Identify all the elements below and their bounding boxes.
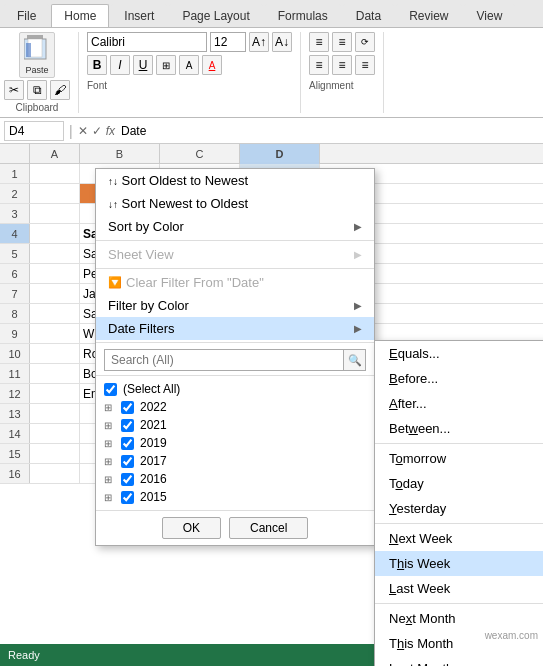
expand-icon[interactable]: ⊞ [104,456,112,467]
align-right-button[interactable]: ≡ [355,55,375,75]
paste-button[interactable]: Paste [19,32,55,78]
search-button[interactable]: 🔍 [344,349,366,371]
tab-file[interactable]: File [4,4,49,27]
checkbox-2019-input[interactable] [121,437,134,450]
this-week-item[interactable]: This Week [375,551,543,576]
align-center-button[interactable]: ≡ [332,55,352,75]
before-item[interactable]: Before... [375,366,543,391]
cell-a1[interactable] [30,164,80,183]
checkbox-2017[interactable]: ⊞ 2017 [104,452,366,470]
cancel-button[interactable]: Cancel [229,517,308,539]
cell-a11[interactable] [30,364,80,383]
bold-button[interactable]: B [87,55,107,75]
cell-a12[interactable] [30,384,80,403]
cut-button[interactable]: ✂ [4,80,24,100]
cell-a4[interactable] [30,224,80,243]
row-number: 1 [0,164,30,183]
ok-button[interactable]: OK [162,517,221,539]
cell-a14[interactable] [30,424,80,443]
wrap-text-button[interactable]: ⟳ [355,32,375,52]
cell-a8[interactable] [30,304,80,323]
ribbon: Paste ✂ ⧉ 🖌 Clipboard A↑ A↓ B I U ⊞ A [0,28,543,118]
tab-page-layout[interactable]: Page Layout [169,4,262,27]
align-left-button[interactable]: ≡ [309,55,329,75]
after-item[interactable]: After... [375,391,543,416]
expand-icon[interactable]: ⊞ [104,420,112,431]
cell-a5[interactable] [30,244,80,263]
font-name-input[interactable] [87,32,207,52]
checkbox-2019[interactable]: ⊞ 2019 [104,434,366,452]
tomorrow-item[interactable]: Tomorrow [375,446,543,471]
formula-input[interactable] [119,122,539,140]
checkbox-2022[interactable]: ⊞ 2022 [104,398,366,416]
cell-a7[interactable] [30,284,80,303]
checkbox-2016-input[interactable] [121,473,134,486]
align-top-button[interactable]: ≡ [309,32,329,52]
tab-data[interactable]: Data [343,4,394,27]
date-filters-item[interactable]: Date Filters ▶ [96,317,374,340]
confirm-formula-icon[interactable]: ✓ [92,124,102,138]
align-middle-button[interactable]: ≡ [332,32,352,52]
font-size-input[interactable] [210,32,246,52]
expand-icon[interactable]: ⊞ [104,402,112,413]
next-week-item[interactable]: Next Week [375,526,543,551]
expand-icon[interactable]: ⊞ [104,438,112,449]
last-month-item[interactable]: Last Month [375,656,543,666]
cell-a9[interactable] [30,324,80,343]
checkbox-select-all[interactable]: (Select All) [104,380,366,398]
col-header-c[interactable]: C [160,144,240,164]
copy-button[interactable]: ⧉ [27,80,47,100]
cell-a6[interactable] [30,264,80,283]
sort-newest-item[interactable]: ↓↑ Sort Newest to Oldest [96,192,374,215]
next-month-item[interactable]: Next Month [375,606,543,631]
submenu-arrow-icon: ▶ [354,323,362,334]
filter-by-color-item[interactable]: Filter by Color ▶ [96,294,374,317]
cancel-formula-icon[interactable]: ✕ [78,124,88,138]
expand-icon[interactable]: ⊞ [104,492,112,503]
increase-font-button[interactable]: A↑ [249,32,269,52]
sort-oldest-item[interactable]: ↑↓ Sort Oldest to Newest [96,169,374,192]
tab-view[interactable]: View [464,4,516,27]
checkbox-select-all-input[interactable] [104,383,117,396]
tab-formulas[interactable]: Formulas [265,4,341,27]
cell-a13[interactable] [30,404,80,423]
select-all-corner[interactable] [0,144,30,163]
checkbox-2016[interactable]: ⊞ 2016 [104,470,366,488]
checkbox-2021[interactable]: ⊞ 2021 [104,416,366,434]
cell-a3[interactable] [30,204,80,223]
cell-reference-box[interactable] [4,121,64,141]
expand-icon[interactable]: ⊞ [104,474,112,485]
cell-a15[interactable] [30,444,80,463]
tab-insert[interactable]: Insert [111,4,167,27]
status-text: Ready [8,649,40,661]
format-painter-button[interactable]: 🖌 [50,80,70,100]
tab-home[interactable]: Home [51,4,109,27]
equals-item[interactable]: Equals... [375,341,543,366]
search-input[interactable] [104,349,344,371]
checkbox-2017-input[interactable] [121,455,134,468]
filter-separator [96,240,374,241]
checkbox-2015-input[interactable] [121,491,134,504]
checkbox-2015[interactable]: ⊞ 2015 [104,488,366,506]
col-header-a[interactable]: A [30,144,80,164]
cell-a2[interactable] [30,184,80,203]
col-header-b[interactable]: B [80,144,160,164]
date-filters-submenu: Equals... Before... After... Between... … [374,340,543,666]
col-header-d[interactable]: D [240,144,320,164]
checkbox-2022-input[interactable] [121,401,134,414]
between-item[interactable]: Between... [375,416,543,441]
decrease-font-button[interactable]: A↓ [272,32,292,52]
underline-button[interactable]: U [133,55,153,75]
border-button[interactable]: ⊞ [156,55,176,75]
checkbox-2021-input[interactable] [121,419,134,432]
fill-color-button[interactable]: A [179,55,199,75]
cell-a10[interactable] [30,344,80,363]
last-week-item[interactable]: Last Week [375,576,543,601]
today-item[interactable]: Today [375,471,543,496]
sort-by-color-item[interactable]: Sort by Color ▶ [96,215,374,238]
tab-review[interactable]: Review [396,4,461,27]
yesterday-item[interactable]: Yesterday [375,496,543,521]
italic-button[interactable]: I [110,55,130,75]
font-color-button[interactable]: A [202,55,222,75]
cell-a16[interactable] [30,464,80,483]
